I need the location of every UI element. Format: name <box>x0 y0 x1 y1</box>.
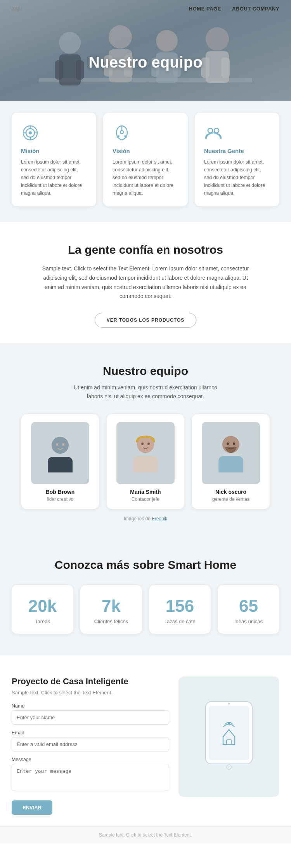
stat-clientes: 7k Clientes felices <box>80 585 142 634</box>
submit-button[interactable]: ENVIAR <box>12 800 52 815</box>
stat-ideas-number: 65 <box>225 598 272 615</box>
form-label-email: Email <box>12 730 169 736</box>
form-input-name[interactable] <box>12 710 169 725</box>
stat-clientes-label: Clientes felices <box>88 619 134 624</box>
svg-point-26 <box>208 128 213 133</box>
team-role-nick: gerente de ventas <box>200 497 262 502</box>
team-card-nick: Nick oscuro gerente de ventas <box>192 414 270 509</box>
nav-link-home[interactable]: HOME PAGE <box>189 6 221 12</box>
team-name-nick: Nick oscuro <box>200 489 262 495</box>
team-photo-nick <box>202 422 260 484</box>
card-mision-text: Lorem ipsum dolor sit amet, consectetur … <box>21 158 87 197</box>
card-gente: Nuestra Gente Lorem ipsum dolor sit amet… <box>195 113 279 206</box>
svg-point-35 <box>147 443 150 445</box>
card-gente-title: Nuestra Gente <box>204 148 270 154</box>
freepik-link[interactable]: Freepik <box>152 516 167 521</box>
card-vision-title: Visión <box>113 148 178 154</box>
freepik-credit: Imágenes de Freepik <box>16 516 275 521</box>
ver-productos-button[interactable]: VER TODOS LOS PRODUCTOS <box>95 313 196 328</box>
stat-tazas: 156 Tazas de café <box>149 585 211 634</box>
svg-rect-33 <box>133 456 158 472</box>
svg-point-30 <box>56 443 58 446</box>
stat-tareas-number: 20k <box>19 598 66 615</box>
target-icon <box>21 124 40 142</box>
team-card-maria: María Smith Contador jefe <box>107 414 184 509</box>
team-title: Nuestro equipo <box>16 364 275 378</box>
team-role-bob: líder creativo <box>29 497 91 502</box>
team-role-maria: Contador jefe <box>114 497 177 502</box>
stat-tareas: 20k Tareas <box>12 585 73 634</box>
form-group-email: Email <box>12 730 169 751</box>
contact-right <box>178 676 279 797</box>
svg-point-44 <box>228 702 230 704</box>
team-name-maria: María Smith <box>114 489 177 495</box>
people-icon <box>204 124 223 142</box>
card-mision-title: Misión <box>21 148 87 154</box>
trust-text: Sample text. Click to select the Text El… <box>37 264 254 301</box>
contact-section: Proyecto de Casa Inteligente Sample text… <box>0 655 291 826</box>
svg-point-20 <box>29 131 32 134</box>
card-vision-text: Lorem ipsum dolor sit amet, consectetur … <box>113 158 178 197</box>
contact-subtitle: Sample text. Click to select the Text El… <box>12 690 169 695</box>
rocket-icon <box>113 124 131 142</box>
stat-tareas-label: Tareas <box>19 619 66 624</box>
svg-rect-29 <box>48 457 73 472</box>
form-input-message[interactable] <box>12 764 169 791</box>
team-row: Bob Brown líder creativo María Smith Con… <box>16 414 275 509</box>
svg-point-34 <box>141 443 144 445</box>
team-subtitle: Ut enim ad minim veniam, quis nostrud ex… <box>68 383 223 401</box>
team-photo-bob <box>31 422 89 484</box>
stat-tazas-number: 156 <box>157 598 203 615</box>
svg-point-43 <box>228 722 230 724</box>
team-photo-maria <box>116 422 175 484</box>
cards-row: Misión Lorem ipsum dolor sit amet, conse… <box>12 101 279 206</box>
svg-point-45 <box>227 765 231 769</box>
form-group-name: Name <box>12 703 169 725</box>
contact-left: Proyecto de Casa Inteligente Sample text… <box>12 676 169 815</box>
nav-logo: logo <box>12 5 22 12</box>
navigation: logo HOME PAGE ABOUT COMPANY <box>0 0 291 17</box>
card-vision: Visión Lorem ipsum dolor sit amet, conse… <box>103 113 188 206</box>
svg-rect-41 <box>209 706 249 760</box>
stat-ideas-label: Ideas únicas <box>225 619 272 624</box>
form-label-name: Name <box>12 703 169 709</box>
stat-ideas: 65 Ideas únicas <box>218 585 279 634</box>
team-name-bob: Bob Brown <box>29 489 91 495</box>
stats-section: Conozca más sobre Smart Home 20k Tareas … <box>0 537 291 655</box>
trust-section: La gente confía en nosotros Sample text.… <box>0 222 291 343</box>
cards-section: Misión Lorem ipsum dolor sit amet, conse… <box>0 101 291 222</box>
hero-title: Nuestro equipo <box>88 54 202 71</box>
svg-rect-37 <box>218 456 243 472</box>
footer-bar: Sample text. Click to select the Text El… <box>0 826 291 843</box>
svg-point-28 <box>52 437 69 454</box>
stat-tazas-label: Tazas de café <box>157 619 203 624</box>
svg-point-39 <box>233 443 235 445</box>
svg-point-27 <box>214 128 219 133</box>
form-label-message: Message <box>12 757 169 762</box>
stat-clientes-number: 7k <box>88 598 134 615</box>
svg-point-31 <box>62 443 64 446</box>
contact-title: Proyecto de Casa Inteligente <box>12 676 169 687</box>
footer-text: Sample text. Click to select the Text El… <box>99 832 192 838</box>
nav-links: HOME PAGE ABOUT COMPANY <box>189 6 279 12</box>
trust-title: La gente confía en nosotros <box>23 243 268 256</box>
card-gente-text: Lorem ipsum dolor sit amet, consectetur … <box>204 158 270 197</box>
form-group-message: Message <box>12 757 169 793</box>
team-card-bob: Bob Brown líder creativo <box>21 414 99 509</box>
svg-point-38 <box>227 443 229 445</box>
nav-link-about[interactable]: ABOUT COMPANY <box>232 6 279 12</box>
stats-row: 20k Tareas 7k Clientes felices 156 Tazas… <box>12 585 279 634</box>
form-input-email[interactable] <box>12 737 169 751</box>
tablet-visual <box>178 676 279 797</box>
card-mision: Misión Lorem ipsum dolor sit amet, conse… <box>12 113 96 206</box>
stats-title: Conozca más sobre Smart Home <box>12 558 279 572</box>
team-section: Nuestro equipo Ut enim ad minim veniam, … <box>0 343 291 537</box>
